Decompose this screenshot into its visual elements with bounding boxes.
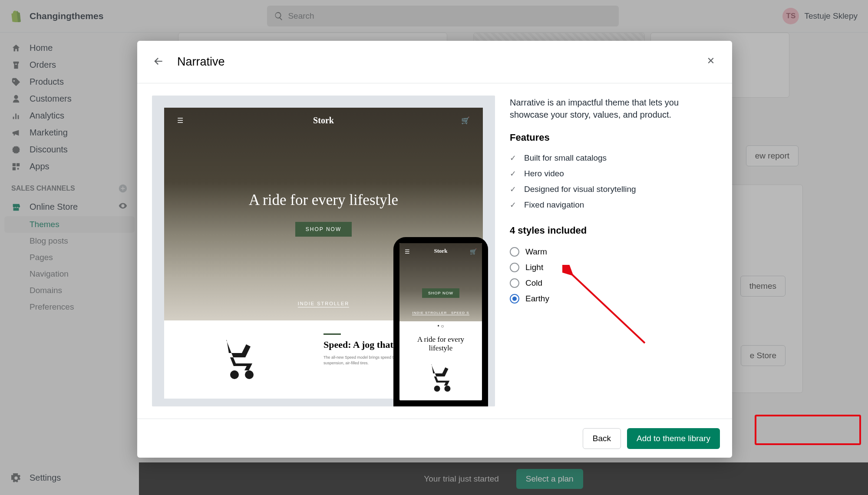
- feature-item: Built for small catalogs: [510, 150, 717, 166]
- style-option-warm[interactable]: Warm: [510, 244, 717, 260]
- add-to-theme-library-button[interactable]: Add to theme library: [627, 428, 720, 449]
- style-option-light[interactable]: Light: [510, 260, 717, 275]
- preview-hero-title: A ride for every lifestyle: [249, 191, 398, 209]
- style-label: Warm: [525, 247, 547, 257]
- theme-preview: ☰ Stork 🛒 A ride for every lifestyle SHO…: [152, 96, 495, 406]
- theme-detail-modal: Narrative ☰ Stork 🛒 A ride for every lif…: [137, 41, 732, 458]
- menu-icon: ☰: [177, 116, 183, 125]
- back-arrow-icon[interactable]: [153, 56, 164, 69]
- preview-brand: Stork: [313, 116, 334, 125]
- modal-header: Narrative: [137, 41, 732, 83]
- feature-item: Fixed navigation: [510, 197, 717, 213]
- style-label: Light: [525, 263, 543, 272]
- menu-icon: ☰: [405, 248, 410, 255]
- mobile-preview: ☰ Stork 🛒 SHOP NOW INDIE STROLLER SPEED …: [393, 237, 488, 406]
- feature-item: Hero video: [510, 166, 717, 182]
- back-button[interactable]: Back: [583, 428, 621, 449]
- stroller-icon: [426, 361, 456, 395]
- style-option-earthy[interactable]: Earthy: [510, 291, 717, 307]
- preview-cta-mobile: SHOP NOW: [422, 288, 459, 298]
- feature-item: Designed for visual storytelling: [510, 182, 717, 197]
- preview-sub: INDIE STROLLER: [298, 301, 349, 307]
- preview-title-mobile: A ride for every lifestyle: [399, 331, 482, 357]
- preview-cta: SHOP NOW: [295, 222, 352, 237]
- theme-details: Narrative is an impactful theme that let…: [510, 96, 717, 406]
- style-label: Cold: [525, 278, 542, 288]
- features-heading: Features: [510, 132, 717, 143]
- style-label: Earthy: [525, 294, 549, 304]
- preview-brand-mobile: Stork: [434, 248, 447, 254]
- modal-footer: Back Add to theme library: [137, 419, 732, 458]
- close-icon[interactable]: [705, 56, 716, 69]
- preview-sub-mobile: INDIE STROLLER SPEED S: [412, 311, 469, 315]
- styles-heading: 4 styles included: [510, 225, 717, 236]
- theme-description: Narrative is an impactful theme that let…: [510, 96, 717, 121]
- cart-icon: 🛒: [470, 248, 477, 255]
- modal-title: Narrative: [177, 55, 225, 69]
- cart-icon: 🛒: [461, 116, 470, 125]
- stroller-icon: [218, 336, 261, 383]
- style-option-cold[interactable]: Cold: [510, 275, 717, 291]
